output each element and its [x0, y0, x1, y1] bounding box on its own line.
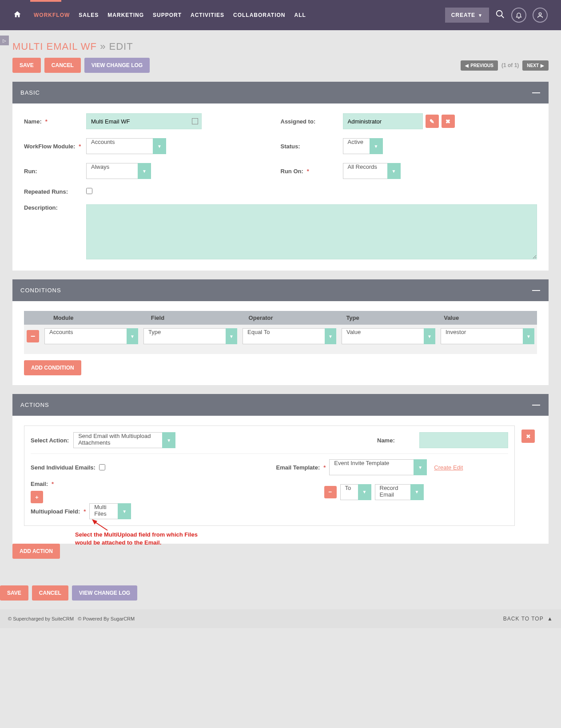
cond-value-select[interactable]: Investor [441, 328, 523, 344]
chevron-down-icon[interactable]: ▼ [424, 328, 435, 344]
collapse-icon[interactable]: — [532, 286, 541, 295]
sidebar-toggle[interactable]: ▷ [0, 36, 9, 45]
view-change-log-button[interactable]: VIEW CHANGE LOG [84, 58, 150, 73]
save-button[interactable]: SAVE [12, 58, 41, 73]
previous-button[interactable]: ◀PREVIOUS [461, 60, 498, 71]
assigned-select-button[interactable]: ✎ [426, 115, 439, 128]
cond-module-select[interactable]: Accounts [44, 328, 127, 344]
chevron-down-icon[interactable]: ▼ [414, 459, 427, 475]
repeat-label: Repeated Runs: [24, 188, 86, 195]
chevron-down-icon[interactable]: ▼ [153, 138, 166, 154]
chevron-down-icon[interactable]: ▼ [387, 163, 401, 179]
add-email-button[interactable]: + [31, 491, 43, 503]
email-record-select[interactable]: Record Email [375, 484, 410, 500]
create-edit-link[interactable]: Create Edit [434, 464, 463, 471]
edit-name-icon[interactable] [192, 118, 198, 124]
back-to-top[interactable]: BACK TO TOP ▲ [503, 616, 553, 622]
assigned-label: Assigned to: [281, 118, 343, 125]
description-textarea[interactable] [86, 204, 537, 259]
module-select[interactable]: Accounts [86, 138, 153, 154]
cond-operator-select[interactable]: Equal To [243, 328, 325, 344]
page-info: (1 of 1) [501, 62, 519, 68]
nav-marketing[interactable]: MARKETING [107, 12, 144, 18]
cancel-button-bottom[interactable]: CANCEL [32, 585, 68, 601]
chevron-down-icon[interactable]: ▼ [410, 484, 424, 500]
cond-type-select[interactable]: Value [342, 328, 424, 344]
chevron-down-icon[interactable]: ▼ [118, 503, 131, 519]
user-icon[interactable] [533, 8, 548, 23]
name-label: Name:* [24, 118, 86, 125]
chevron-down-icon[interactable]: ▼ [523, 328, 534, 344]
multiupload-select[interactable]: Multi Files [89, 503, 118, 519]
assigned-input[interactable] [343, 113, 423, 129]
action-name-input[interactable] [419, 432, 508, 448]
assigned-clear-button[interactable]: ✖ [442, 115, 455, 128]
svg-point-2 [539, 13, 541, 15]
status-select[interactable]: Active [343, 138, 370, 154]
nav-support[interactable]: SUPPORT [153, 12, 182, 18]
email-template-select[interactable]: Event Invite Template [329, 459, 414, 475]
main-nav: WORKFLOW SALES MARKETING SUPPORT ACTIVIT… [34, 12, 306, 18]
nav-activities[interactable]: ACTIVITIES [191, 12, 224, 18]
repeat-checkbox[interactable] [86, 188, 92, 194]
runon-label: Run On:* [281, 168, 343, 175]
svg-point-0 [497, 10, 502, 16]
page-title: MULTI EMAIL WF » EDIT [12, 30, 549, 58]
collapse-icon[interactable]: — [532, 400, 541, 410]
basic-panel-header: BASIC — [12, 82, 549, 103]
footer-credit-1: © Supercharged by SuiteCRM [8, 616, 74, 621]
nav-sales[interactable]: SALES [79, 12, 99, 18]
description-label: Description: [24, 204, 86, 211]
conditions-panel-header: CONDITIONS — [12, 279, 549, 301]
remove-condition-button[interactable]: − [27, 330, 39, 342]
search-icon[interactable] [495, 9, 505, 21]
select-action-label: Select Action: [31, 437, 69, 444]
run-label: Run: [24, 168, 86, 175]
action-name-label: Name: [377, 437, 415, 444]
condition-row: − Accounts▼ Type▼ Equal To▼ Value▼ Inves… [24, 325, 537, 354]
actions-panel-header: ACTIONS — [12, 394, 549, 416]
chevron-down-icon[interactable]: ▼ [358, 484, 371, 500]
svg-line-3 [94, 521, 107, 530]
runon-select[interactable]: All Records [343, 163, 387, 179]
name-input[interactable] [86, 113, 202, 129]
delete-action-button[interactable]: ✖ [521, 430, 535, 443]
top-navbar: WORKFLOW SALES MARKETING SUPPORT ACTIVIT… [0, 0, 561, 30]
send-individual-label: Send Individual Emails: [31, 464, 95, 471]
collapse-icon[interactable]: — [532, 88, 541, 97]
next-button[interactable]: NEXT▶ [522, 60, 549, 71]
chevron-down-icon[interactable]: ▼ [138, 163, 151, 179]
email-to-select[interactable]: To [340, 484, 358, 500]
cancel-button[interactable]: CANCEL [44, 58, 81, 73]
nav-collaboration[interactable]: COLLABORATION [233, 12, 285, 18]
status-label: Status: [281, 143, 343, 150]
module-label: WorkFlow Module:* [24, 143, 86, 150]
chevron-down-icon[interactable]: ▼ [162, 432, 175, 448]
remove-email-button[interactable]: − [324, 486, 337, 498]
add-action-button[interactable]: ADD ACTION [12, 544, 60, 559]
add-condition-button[interactable]: ADD CONDITION [24, 360, 81, 375]
cond-field-select[interactable]: Type [143, 328, 226, 344]
notifications-icon[interactable] [511, 8, 526, 23]
chevron-down-icon[interactable]: ▼ [127, 328, 138, 344]
view-change-log-button-bottom[interactable]: VIEW CHANGE LOG [72, 585, 137, 601]
save-button-bottom[interactable]: SAVE [0, 585, 28, 601]
email-label: Email:* [31, 481, 75, 487]
chevron-down-icon[interactable]: ▼ [370, 138, 383, 154]
footer: © Supercharged by SuiteCRM © Powered By … [0, 609, 561, 628]
svg-line-1 [501, 15, 504, 18]
svg-marker-4 [92, 519, 97, 525]
action-item: ✖ Select Action: Send Email with Multiup… [24, 426, 515, 526]
nav-all[interactable]: ALL [294, 12, 306, 18]
home-icon[interactable] [13, 10, 21, 20]
chevron-down-icon[interactable]: ▼ [226, 328, 237, 344]
run-select[interactable]: Always [86, 163, 138, 179]
conditions-table-header: Module Field Operator Type Value [24, 311, 537, 325]
chevron-down-icon[interactable]: ▼ [325, 328, 336, 344]
send-individual-checkbox[interactable] [99, 464, 105, 470]
nav-workflow[interactable]: WORKFLOW [34, 12, 70, 18]
action-type-select[interactable]: Send Email with Multiupload Attachments [73, 432, 162, 448]
create-button[interactable]: CREATE▼ [445, 8, 489, 23]
multiupload-label: Multiupload Field:* [31, 508, 86, 515]
email-template-label: Email Template:* [276, 464, 326, 471]
